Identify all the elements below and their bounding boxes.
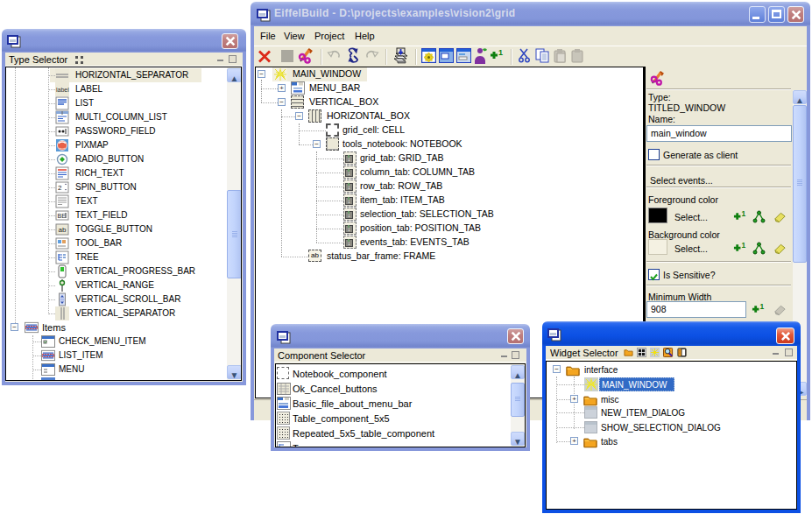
svg-text:ab: ab: [59, 226, 67, 234]
svg-text:1: 1: [498, 49, 503, 57]
svg-text:1: 1: [741, 242, 745, 250]
svg-text:label: label: [56, 87, 69, 93]
svg-text:2: 2: [58, 184, 62, 192]
svg-text:1: 1: [741, 210, 745, 218]
svg-text:BE: BE: [58, 213, 67, 219]
svg-text:1: 1: [759, 303, 764, 311]
